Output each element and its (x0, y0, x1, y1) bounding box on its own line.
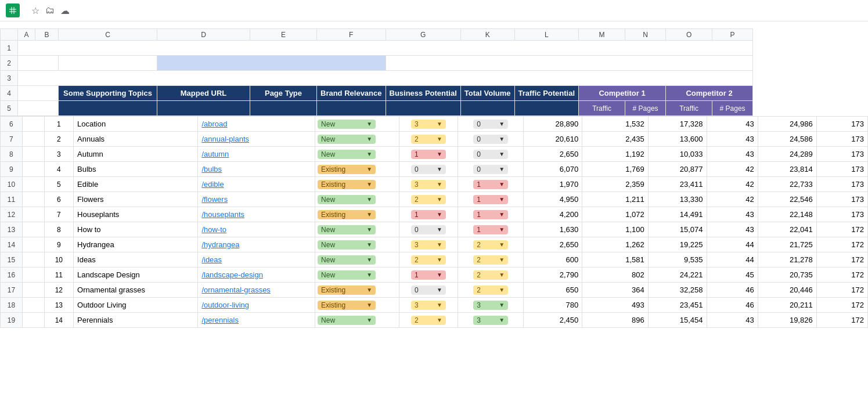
menu-view[interactable] (69, 23, 80, 27)
url-cell[interactable]: /abroad (198, 117, 315, 132)
business-cell[interactable]: 2 ▼ (458, 252, 523, 268)
business-cell[interactable]: 1 ▼ (458, 192, 523, 207)
dropdown-arrow[interactable]: ▼ (366, 181, 372, 187)
menu-extensions[interactable] (138, 23, 150, 27)
brand-cell[interactable]: 2 ▼ (399, 192, 458, 207)
col-f[interactable]: F (317, 29, 386, 41)
menu-help[interactable] (152, 23, 164, 27)
url-link[interactable]: /abroad (201, 120, 227, 128)
url-cell[interactable]: /hydrangea (198, 237, 315, 252)
url-link[interactable]: /ornamental-grasses (201, 285, 271, 294)
dropdown-arrow[interactable]: ▼ (366, 121, 372, 127)
url-cell[interactable]: /bulbs (198, 162, 315, 177)
dropdown-arrow[interactable]: ▼ (366, 241, 372, 248)
brand-arrow[interactable]: ▼ (437, 121, 442, 127)
col-m[interactable]: M (579, 29, 625, 41)
business-cell[interactable]: 2 ▼ (458, 283, 523, 298)
business-badge[interactable]: 1 ▼ (473, 180, 508, 189)
brand-arrow[interactable]: ▼ (437, 302, 442, 308)
brand-arrow[interactable]: ▼ (437, 151, 442, 157)
page-type-cell[interactable]: New ▼ (315, 222, 399, 237)
business-cell[interactable]: 3 ▼ (458, 298, 523, 313)
business-cell[interactable]: 1 ▼ (458, 177, 523, 192)
business-arrow[interactable]: ▼ (499, 317, 505, 323)
brand-cell[interactable]: 2 ▼ (399, 252, 458, 268)
menu-tools[interactable] (124, 23, 136, 27)
business-badge[interactable]: 0 ▼ (473, 150, 508, 159)
url-link[interactable]: /hydrangea (201, 240, 239, 249)
dropdown-arrow[interactable]: ▼ (366, 302, 372, 308)
col-a-cell[interactable] (22, 298, 44, 313)
business-cell[interactable]: 2 ▼ (458, 268, 523, 283)
business-arrow[interactable]: ▼ (499, 287, 505, 293)
brand-badge[interactable]: 0 ▼ (411, 285, 446, 295)
menu-data[interactable] (110, 23, 122, 27)
page-type-cell[interactable]: New ▼ (315, 132, 399, 147)
url-link[interactable]: /houseplants (201, 210, 244, 219)
brand-arrow[interactable]: ▼ (437, 317, 442, 323)
brand-cell[interactable]: 3 ▼ (399, 298, 458, 313)
page-type-cell[interactable]: New ▼ (315, 268, 399, 283)
dropdown-arrow[interactable]: ▼ (366, 136, 372, 142)
brand-arrow[interactable]: ▼ (437, 226, 442, 233)
dropdown-arrow[interactable]: ▼ (366, 226, 372, 233)
url-cell[interactable]: /landscape-design (198, 268, 315, 283)
brand-cell[interactable]: 1 ▼ (399, 147, 458, 162)
page-type-badge[interactable]: New ▼ (318, 135, 376, 144)
brand-cell[interactable]: 2 ▼ (399, 132, 458, 147)
brand-badge[interactable]: 2 ▼ (411, 255, 446, 265)
brand-badge[interactable]: 0 ▼ (411, 165, 446, 174)
brand-cell[interactable]: 3 ▼ (399, 237, 458, 252)
brand-badge[interactable]: 3 ▼ (411, 180, 446, 189)
col-a-cell[interactable] (22, 117, 44, 132)
business-badge[interactable]: 0 ▼ (473, 120, 508, 129)
business-arrow[interactable]: ▼ (499, 256, 505, 263)
business-arrow[interactable]: ▼ (499, 136, 505, 142)
business-badge[interactable]: 1 ▼ (473, 225, 508, 234)
brand-arrow[interactable]: ▼ (437, 287, 442, 293)
business-arrow[interactable]: ▼ (499, 241, 505, 248)
col-g[interactable]: G (386, 29, 460, 41)
business-badge[interactable]: 0 ▼ (473, 135, 508, 144)
business-badge[interactable]: 2 ▼ (473, 270, 508, 280)
business-arrow[interactable]: ▼ (499, 272, 505, 278)
brand-arrow[interactable]: ▼ (437, 272, 442, 278)
business-badge[interactable]: 1 ▼ (473, 195, 508, 204)
business-arrow[interactable]: ▼ (499, 211, 505, 218)
url-cell[interactable]: /perennials (198, 313, 315, 328)
col-a-cell[interactable] (22, 147, 44, 162)
dropdown-arrow[interactable]: ▼ (366, 287, 372, 293)
brand-arrow[interactable]: ▼ (437, 256, 442, 263)
url-cell[interactable]: /ornamental-grasses (198, 283, 315, 298)
page-type-badge[interactable]: New ▼ (318, 316, 376, 325)
brand-badge[interactable]: 0 ▼ (411, 225, 446, 234)
page-type-badge[interactable]: New ▼ (318, 240, 376, 250)
brand-arrow[interactable]: ▼ (437, 241, 442, 248)
business-cell[interactable]: 0 ▼ (458, 162, 523, 177)
business-badge[interactable]: 3 ▼ (473, 301, 508, 310)
brand-cell[interactable]: 1 ▼ (399, 268, 458, 283)
page-type-cell[interactable]: New ▼ (315, 192, 399, 207)
page-type-badge[interactable]: New ▼ (318, 150, 376, 159)
col-a-cell[interactable] (22, 313, 44, 328)
brand-arrow[interactable]: ▼ (437, 181, 442, 187)
col-a-cell[interactable] (22, 252, 44, 268)
menu-format[interactable] (96, 23, 108, 27)
brand-badge[interactable]: 2 ▼ (411, 195, 446, 204)
dropdown-arrow[interactable]: ▼ (366, 272, 372, 278)
brand-arrow[interactable]: ▼ (437, 136, 442, 142)
col-a-cell[interactable] (22, 283, 44, 298)
page-type-badge[interactable]: New ▼ (318, 270, 376, 280)
dropdown-arrow[interactable]: ▼ (366, 256, 372, 263)
url-cell[interactable]: /ideas (198, 252, 315, 268)
url-link[interactable]: /ideas (201, 255, 222, 264)
business-cell[interactable]: 0 ▼ (458, 147, 523, 162)
col-a-cell[interactable] (22, 162, 44, 177)
dropdown-arrow[interactable]: ▼ (366, 211, 372, 218)
page-type-badge[interactable]: Existing ▼ (318, 301, 376, 310)
brand-badge[interactable]: 1 ▼ (411, 150, 446, 159)
dropdown-arrow[interactable]: ▼ (366, 166, 372, 172)
page-type-cell[interactable]: New ▼ (315, 252, 399, 268)
page-type-badge[interactable]: Existing ▼ (318, 165, 376, 174)
business-arrow[interactable]: ▼ (499, 166, 505, 172)
